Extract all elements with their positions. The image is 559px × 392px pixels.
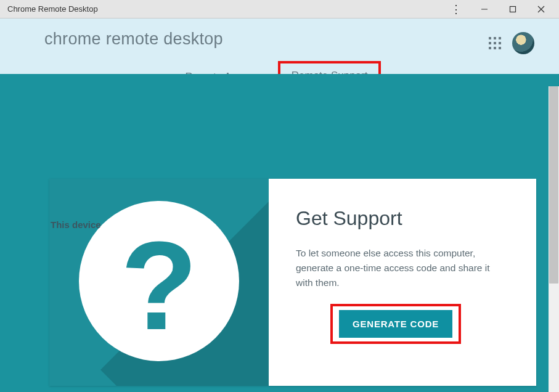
generate-code-button[interactable]: GENERATE CODE	[339, 310, 452, 338]
card-title: Get Support	[296, 207, 509, 230]
scrollbar-track[interactable]	[549, 86, 559, 392]
main-content: This device ? Get Support To let someone…	[0, 179, 559, 386]
question-mark-icon: ?	[79, 201, 239, 361]
window-title: Chrome Remote Desktop	[4, 4, 448, 14]
support-card: ? Get Support To let someone else access…	[49, 179, 536, 386]
svg-rect-1	[510, 6, 516, 12]
close-button[interactable]	[527, 0, 555, 18]
header-actions	[489, 32, 534, 54]
maximize-button[interactable]	[499, 0, 527, 18]
scrollbar-thumb[interactable]	[549, 86, 558, 284]
app-viewport: chrome remote desktop Remote Access Remo…	[0, 18, 559, 392]
card-description: To let someone else access this computer…	[296, 246, 493, 290]
avatar[interactable]	[512, 32, 534, 54]
more-icon[interactable]: ⋮	[448, 0, 464, 18]
window-titlebar: Chrome Remote Desktop ⋮	[0, 0, 559, 18]
app-brand: chrome remote desktop	[0, 30, 559, 49]
window-controls	[470, 0, 555, 18]
minimize-button[interactable]	[470, 0, 499, 18]
card-body-area: Get Support To let someone else access t…	[269, 179, 536, 386]
apps-grid-icon[interactable]	[489, 37, 501, 49]
generate-code-highlight: GENERATE CODE	[333, 306, 459, 341]
card-illustration: ?	[49, 179, 269, 386]
section-label: This device	[51, 219, 101, 230]
